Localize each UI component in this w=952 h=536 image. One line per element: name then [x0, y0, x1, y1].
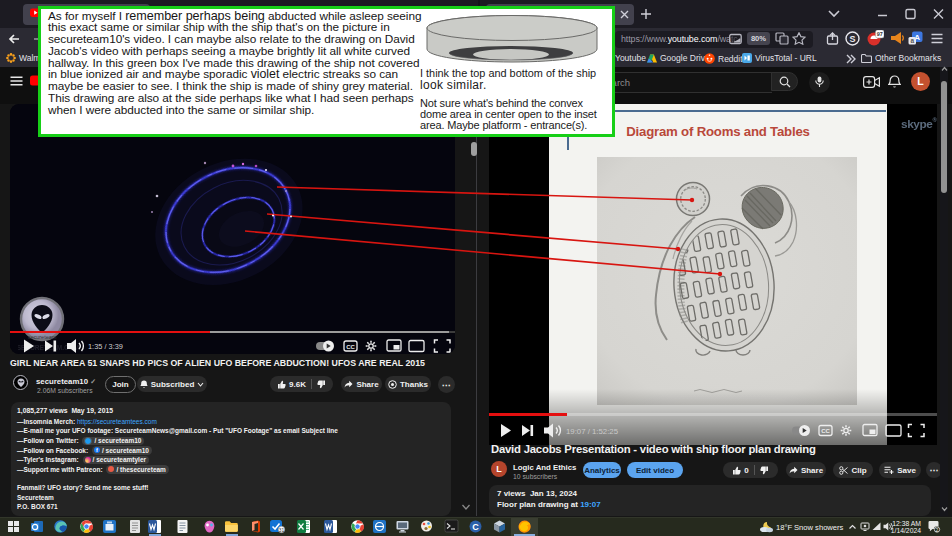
svg-text:12:38 AM: 12:38 AM — [892, 520, 921, 527]
svg-text:97: 97 — [877, 31, 883, 37]
svg-text:1/14/2024: 1/14/2024 — [891, 527, 921, 534]
svg-text:19:07 / 1:52:25: 19:07 / 1:52:25 — [566, 427, 619, 436]
svg-text:31: 31 — [279, 528, 285, 533]
svg-text:CC: CC — [346, 344, 355, 350]
svg-text:1:35 / 3:39: 1:35 / 3:39 — [88, 342, 123, 351]
svg-text:2: 2 — [936, 527, 939, 533]
svg-text:Snow showers: Snow showers — [794, 523, 844, 532]
svg-text:S: S — [849, 34, 855, 44]
svg-text:C: C — [472, 522, 479, 532]
svg-text:a: a — [910, 37, 914, 44]
svg-text:CC: CC — [821, 428, 830, 434]
svg-text:18°F: 18°F — [776, 523, 792, 532]
